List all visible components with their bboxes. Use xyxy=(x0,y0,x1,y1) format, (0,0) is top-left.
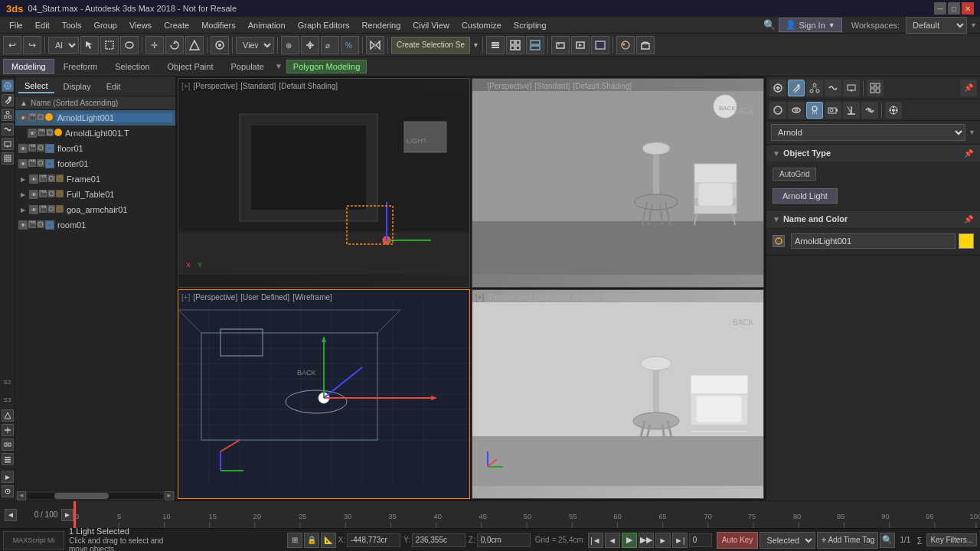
hierarchy-panel-icon[interactable] xyxy=(806,80,823,96)
snap-options-button[interactable] xyxy=(301,36,319,54)
sign-in-button[interactable]: 👤 Sign In ▼ xyxy=(779,18,842,32)
workspace-select[interactable]: Default xyxy=(906,17,967,34)
tab-populate[interactable]: Populate xyxy=(222,59,272,74)
render-icon[interactable]: 🎬 xyxy=(28,220,36,228)
viewport-bottom-right[interactable]: [+] [Perspective] [Standard] [Default Sh… xyxy=(472,289,764,499)
scale-button[interactable] xyxy=(185,36,204,54)
motion-tab[interactable] xyxy=(2,123,14,135)
menu-graph-editors[interactable]: Graph Editors xyxy=(292,19,356,31)
search-icon[interactable]: 🔍 xyxy=(763,19,776,31)
viewport-bottom-left[interactable]: [+] [Perspective] [User Defined] [Wirefr… xyxy=(178,289,470,499)
timeline-ruler[interactable]: 0 5 10 15 20 25 30 35 40 xyxy=(74,501,980,528)
display-tab[interactable] xyxy=(2,138,14,150)
render-setup-button[interactable] xyxy=(551,36,570,54)
utilities-tab[interactable] xyxy=(2,152,14,165)
scroll-track[interactable] xyxy=(28,493,163,499)
tab-selection[interactable]: Selection xyxy=(106,59,158,74)
render-icon[interactable]: 🎬 xyxy=(28,113,36,121)
create-selection-button[interactable]: Create Selection Se xyxy=(391,37,470,54)
freeze-icon[interactable] xyxy=(37,144,44,152)
maxscript-mini[interactable]: MAXScript Mi xyxy=(3,531,64,549)
list-item[interactable]: 👁 🎬 room01 xyxy=(15,217,175,233)
rotate-button[interactable] xyxy=(165,36,184,54)
go-end-button[interactable]: ►| xyxy=(672,533,688,548)
modify-tab[interactable] xyxy=(2,94,14,106)
sphere-icon[interactable] xyxy=(769,102,786,119)
helper-icon[interactable] xyxy=(843,102,860,119)
minimize-button[interactable]: ─ xyxy=(934,2,946,15)
freeze-icon[interactable] xyxy=(46,129,54,136)
material-editor-button[interactable] xyxy=(616,36,635,54)
menu-create[interactable]: Create xyxy=(158,19,195,31)
item-name[interactable]: footer01 xyxy=(57,159,172,168)
scroll-thumb[interactable] xyxy=(54,493,109,499)
transform-icon[interactable] xyxy=(2,409,14,422)
scene-display-tab[interactable]: Display xyxy=(57,80,97,93)
maximize-button[interactable]: □ xyxy=(948,2,960,15)
object-name-input[interactable] xyxy=(791,233,956,249)
light-obj-icon[interactable] xyxy=(806,102,823,119)
layer-mgr-icon[interactable] xyxy=(2,453,14,465)
display-panel-icon[interactable] xyxy=(843,80,860,96)
redo-button[interactable]: ↪ xyxy=(23,36,41,54)
freeze-icon[interactable] xyxy=(47,190,55,197)
align-icon[interactable] xyxy=(2,424,14,436)
render-env-button[interactable] xyxy=(636,36,655,54)
hierarchy-tab[interactable] xyxy=(2,109,14,121)
key-mode-select[interactable]: Selected xyxy=(760,532,815,549)
item-name[interactable]: room01 xyxy=(57,220,172,230)
autokey-button[interactable]: Auto Key xyxy=(717,532,759,549)
visibility-icon[interactable]: 👁 xyxy=(18,159,28,168)
freeze-icon[interactable] xyxy=(47,205,55,213)
render-frame-button[interactable] xyxy=(591,36,609,54)
create-panel-icon[interactable] xyxy=(769,80,786,96)
modify-panel-icon[interactable] xyxy=(788,80,805,96)
play-animation-icon[interactable] xyxy=(2,471,14,483)
spacewarp-icon[interactable] xyxy=(861,102,878,119)
menu-group[interactable]: Group xyxy=(87,19,123,31)
system-icon[interactable] xyxy=(885,102,902,119)
item-name[interactable]: ArnoldLight001 xyxy=(56,113,172,122)
scene-edit-tab[interactable]: Edit xyxy=(100,80,127,93)
name-color-pin-button[interactable]: 📌 xyxy=(963,214,974,224)
render-icon[interactable]: 🎬 xyxy=(28,159,36,167)
search-status-icon[interactable]: 🔍 xyxy=(880,533,895,548)
tab-freeform[interactable]: Freeform xyxy=(55,59,106,74)
item-name[interactable]: Frame01 xyxy=(67,174,172,184)
render-icon[interactable]: 🎬 xyxy=(39,174,47,182)
visibility-icon[interactable]: 👁 xyxy=(18,144,28,153)
prev-frame-button[interactable]: ◄ xyxy=(605,533,620,548)
select-object-button[interactable] xyxy=(80,36,99,54)
select-region-button[interactable] xyxy=(100,36,119,54)
scene-states-button[interactable] xyxy=(506,36,524,54)
extra-menu-icon[interactable]: ▼ xyxy=(275,62,283,70)
z-value[interactable]: 0,0cm xyxy=(477,533,531,547)
pin-button[interactable]: 📌 xyxy=(963,148,974,158)
menu-rendering[interactable]: Rendering xyxy=(356,19,407,31)
current-frame-display[interactable]: 0 xyxy=(689,533,712,547)
tweak-icon[interactable] xyxy=(2,485,14,497)
render-icon[interactable]: 🎬 xyxy=(39,190,47,197)
autogrid-button[interactable]: AutoGrid xyxy=(773,168,816,181)
torus-icon[interactable] xyxy=(788,102,805,119)
camera-icon[interactable] xyxy=(825,102,841,119)
render-icon[interactable]: 🎬 xyxy=(28,144,36,152)
select-filter-icon[interactable]: ⊞ xyxy=(287,533,302,548)
view-select[interactable]: View xyxy=(236,37,274,54)
go-start-button[interactable]: |◄ xyxy=(588,533,603,548)
freeze-icon[interactable] xyxy=(37,220,44,228)
x-value[interactable]: -448,773cr xyxy=(347,533,400,547)
arnold-light-button[interactable]: Arnold Light xyxy=(773,188,838,204)
menu-views[interactable]: Views xyxy=(123,19,158,31)
tab-object-paint[interactable]: Object Paint xyxy=(159,59,222,74)
render-button[interactable] xyxy=(571,36,590,54)
motion-panel-icon[interactable] xyxy=(825,80,841,96)
snap-3d-icon[interactable]: S3 xyxy=(2,392,14,407)
viewport-top-right[interactable]: [+] [Perspective] [Standard] [Default Sh… xyxy=(472,78,764,288)
scroll-left-button[interactable]: ◄ xyxy=(17,491,26,500)
menu-file[interactable]: File xyxy=(3,19,29,31)
angle-snap-button[interactable]: ⌀ xyxy=(321,36,339,54)
menu-edit[interactable]: Edit xyxy=(29,19,56,31)
list-item[interactable]: 👁 🎬 ArnoldLight001 xyxy=(15,110,175,126)
close-button[interactable]: ✕ xyxy=(962,2,974,15)
